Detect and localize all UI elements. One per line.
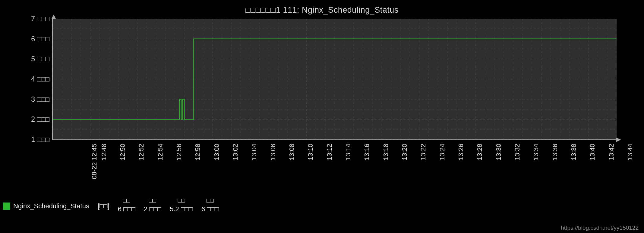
x-tick-label: 12:50 <box>119 144 127 160</box>
x-tick-label: 13:16 <box>363 144 371 160</box>
x-tick-label: 13:30 <box>495 144 503 160</box>
x-tick-label: 13:06 <box>269 144 277 160</box>
y-tick-label: 3 □□□ <box>19 95 49 103</box>
x-tick-label: 08-22 12:45 <box>90 144 98 179</box>
legend-stat-label: □□ <box>178 197 185 204</box>
x-tick-label: 13:10 <box>307 144 314 160</box>
y-tick-label: 5 □□□ <box>19 55 49 63</box>
legend-stat-label: □□ <box>207 197 214 204</box>
x-tick-label: 13:18 <box>382 144 390 160</box>
legend-series-name: Nginx_Scheduling_Status <box>13 202 89 210</box>
x-tick-label: 13:36 <box>551 144 559 160</box>
x-tick-label: 13:44 <box>626 144 634 160</box>
legend-unit: [□□] <box>98 202 109 210</box>
x-tick-label: 13:02 <box>232 144 239 160</box>
legend-stat: □□2 □□□ <box>144 197 161 213</box>
legend-stat-value: 2 □□□ <box>144 205 161 213</box>
y-tick-label: 1 □□□ <box>19 136 49 144</box>
svg-marker-74 <box>52 15 56 19</box>
chart-wrap: 1 □□□2 □□□3 □□□4 □□□5 □□□6 □□□7 □□□ 08-2… <box>5 16 639 148</box>
x-tick-label: 13:38 <box>570 144 578 160</box>
x-tick-label: 13:26 <box>457 144 465 160</box>
y-tick-label: 7 □□□ <box>19 15 49 23</box>
x-tick-label: 13:22 <box>419 144 427 160</box>
legend-stat-value: 6 □□□ <box>118 205 135 213</box>
x-tick-label: 12:52 <box>137 144 145 160</box>
x-tick-label: 13:42 <box>608 144 615 160</box>
legend-stat-value: 5.2 □□□ <box>170 205 193 213</box>
y-tick-label: 6 □□□ <box>19 35 49 43</box>
legend-stat: □□5.2 □□□ <box>170 197 193 213</box>
x-axis-line <box>52 139 620 140</box>
x-tick-label: 13:40 <box>589 144 596 160</box>
legend-stat-label: □□ <box>149 197 156 204</box>
watermark-text: https://blog.csdn.net/yy150122 <box>561 225 639 231</box>
x-tick-label: 13:28 <box>476 144 484 160</box>
legend-stat-value: 6 □□□ <box>201 205 219 213</box>
x-tick-label: 13:04 <box>250 144 258 160</box>
x-tick-label: 13:34 <box>532 144 540 160</box>
legend-stat: □□6 □□□ <box>201 197 219 213</box>
y-axis-arrow-icon <box>52 15 56 20</box>
legend-stat: □□6 □□□ <box>118 197 135 213</box>
chart-panel: □□□□□□1 111: Nginx_Scheduling_Status 1 □… <box>5 0 639 199</box>
y-tick-label: 2 □□□ <box>19 115 49 123</box>
x-tick-label: 13:14 <box>344 144 352 160</box>
legend-row: Nginx_Scheduling_Status [□□] □□6 □□□□□2 … <box>3 195 636 213</box>
x-tick-label: 13:24 <box>438 144 446 160</box>
plot-area[interactable] <box>52 19 617 139</box>
x-tick-label: 12:48 <box>100 144 108 160</box>
x-tick-label: 13:20 <box>401 144 409 160</box>
legend-swatch <box>3 203 10 210</box>
plot-svg <box>53 19 617 139</box>
x-tick-label: 12:54 <box>156 144 164 160</box>
y-tick-label: 4 □□□ <box>19 75 49 83</box>
x-tick-label: 13:32 <box>513 144 521 160</box>
x-tick-label: 12:56 <box>175 144 183 160</box>
x-tick-label: 13:00 <box>213 144 221 160</box>
x-tick-label: 13:12 <box>326 144 333 160</box>
x-tick-label: 13:08 <box>288 144 296 160</box>
legend-stat-label: □□ <box>123 197 130 204</box>
x-tick-label: 12:58 <box>194 144 202 160</box>
chart-title: □□□□□□1 111: Nginx_Scheduling_Status <box>5 0 639 15</box>
